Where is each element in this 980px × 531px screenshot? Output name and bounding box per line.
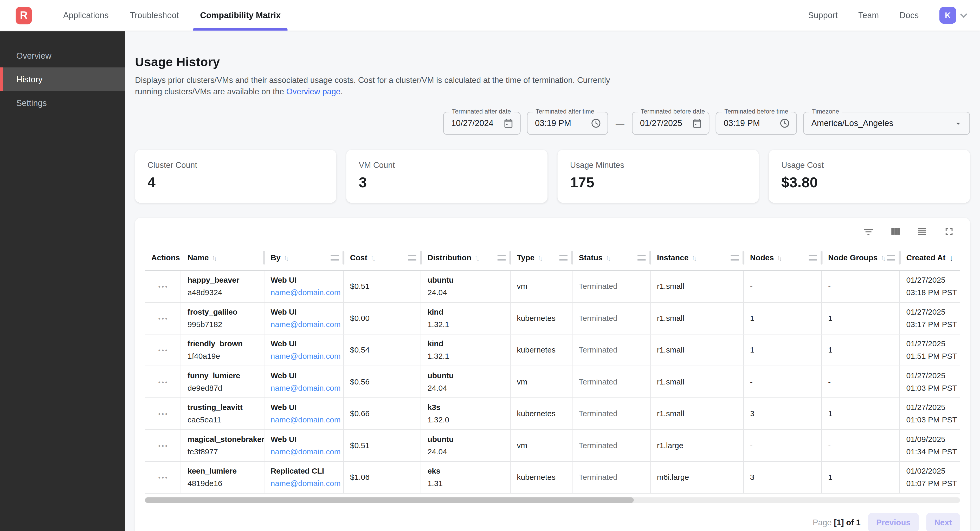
created-by-email-link[interactable]: name@domain.com (271, 414, 338, 426)
app-root: R Applications Troubleshoot Compatibilit… (0, 0, 980, 531)
horizontal-scrollbar-thumb[interactable] (145, 497, 634, 503)
sort-icon[interactable]: ↑↓ (474, 255, 479, 261)
sorted-desc-icon[interactable]: ↓ (949, 254, 953, 262)
instance-cell: r1.small (651, 398, 744, 429)
terminated-before-date-field[interactable]: Terminated before date 01/27/2025 (632, 112, 710, 135)
row-actions-button[interactable]: ••• (156, 408, 171, 420)
created-by-email-link[interactable]: name@domain.com (271, 477, 338, 490)
status-cell: Terminated (573, 334, 651, 366)
column-header-by: By↑↓ (264, 245, 344, 270)
column-resize-handle[interactable] (498, 255, 506, 261)
by-cell: Web UIname@domain.com (264, 366, 344, 398)
top-navigation-bar: R Applications Troubleshoot Compatibilit… (0, 0, 980, 31)
by-cell: Replicated CLIname@domain.com (264, 462, 344, 493)
calendar-icon[interactable] (503, 118, 514, 128)
created-by-email-link[interactable]: name@domain.com (271, 445, 338, 458)
nav-link-support[interactable]: Support (808, 11, 838, 20)
actions-cell: ••• (145, 271, 181, 302)
terminated-after-date-field[interactable]: Terminated after date 10/27/2024 (443, 112, 521, 135)
actions-cell: ••• (145, 398, 181, 429)
sort-icon[interactable]: ↑↓ (777, 255, 782, 261)
table-row: •••magical_stonebrakerfe3f8977Web UIname… (145, 430, 960, 462)
overview-page-link[interactable]: Overview page (286, 87, 340, 96)
sidebar-item-history[interactable]: History (0, 67, 125, 91)
row-actions-button[interactable]: ••• (156, 439, 171, 452)
nav-item-applications[interactable]: Applications (52, 0, 119, 31)
column-divider (263, 251, 265, 265)
terminated-after-time-field[interactable]: Terminated after time 03:19 PM (527, 112, 608, 135)
table-row: •••frosty_galileo995b7182Web UIname@doma… (145, 303, 960, 334)
clock-icon[interactable] (780, 118, 790, 128)
row-actions-button[interactable]: ••• (156, 281, 171, 293)
node-groups-count: 1 (828, 346, 894, 355)
column-resize-handle[interactable] (331, 255, 339, 261)
table-row: •••friendly_brown1f40a19eWeb UIname@doma… (145, 334, 960, 366)
created-by-email-link[interactable]: name@domain.com (271, 286, 338, 299)
name-cell: frosty_galileo995b7182 (181, 303, 264, 334)
column-label: Cost (350, 253, 368, 262)
calendar-icon[interactable] (692, 118, 703, 128)
name-cell: keen_lumiere4819de16 (181, 462, 264, 493)
actions-cell: ••• (145, 430, 181, 461)
density-icon[interactable] (913, 223, 931, 240)
sidebar-item-settings[interactable]: Settings (0, 91, 125, 115)
nav-link-team[interactable]: Team (858, 11, 879, 20)
created-by-email-link[interactable]: name@domain.com (271, 382, 338, 394)
column-resize-handle[interactable] (408, 255, 416, 261)
created-date: 01/27/2025 (906, 338, 955, 350)
sort-icon[interactable]: ↑↓ (371, 255, 375, 261)
status-cell: Terminated (573, 462, 651, 493)
sort-icon[interactable]: ↑↓ (606, 255, 611, 261)
node-groups-cell: - (822, 430, 900, 461)
terminated-before-time-field[interactable]: Terminated before time 03:19 PM (716, 112, 797, 135)
cost-value: $1.06 (350, 473, 415, 482)
row-actions-button[interactable]: ••• (156, 312, 171, 324)
row-actions-button[interactable]: ••• (156, 344, 171, 356)
replicated-logo[interactable]: R (0, 0, 32, 31)
distribution-version: 1.32.1 (428, 350, 505, 362)
nodes-count: 3 (750, 409, 816, 418)
nav-link-docs[interactable]: Docs (900, 11, 919, 20)
created-by-source: Replicated CLI (271, 465, 338, 477)
sort-icon[interactable]: ↑↓ (881, 255, 886, 261)
account-menu[interactable]: K (939, 7, 966, 24)
type-value: kubernetes (517, 409, 567, 418)
sort-icon[interactable]: ↑↓ (692, 255, 697, 261)
cluster-name: magical_stonebraker (188, 433, 259, 445)
timezone-select[interactable]: Timezone America/Los_Angeles (803, 112, 970, 135)
row-actions-button[interactable]: ••• (156, 376, 171, 388)
sidebar-item-overview[interactable]: Overview (0, 44, 125, 67)
created-by-source: Web UI (271, 433, 338, 445)
type-value: vm (517, 282, 567, 291)
nodes-cell: 3 (744, 398, 822, 429)
created-by-email-link[interactable]: name@domain.com (271, 318, 338, 331)
show-hide-columns-icon[interactable] (886, 223, 904, 240)
column-header-type: Type↑↓ (511, 245, 573, 270)
created-at-cell: 01/27/202503:17 PM PST (900, 303, 960, 334)
column-resize-handle[interactable] (638, 255, 646, 261)
by-cell: Web UIname@domain.com (264, 430, 344, 461)
clock-icon[interactable] (591, 118, 601, 128)
previous-page-button[interactable]: Previous (868, 513, 919, 531)
type-cell: kubernetes (511, 334, 573, 366)
distribution-version: 24.04 (428, 382, 505, 394)
filter-icon[interactable] (859, 223, 877, 240)
nav-item-compatibility-matrix[interactable]: Compatibility Matrix (189, 0, 291, 31)
sort-icon[interactable]: ↑↓ (212, 255, 217, 261)
created-by-email-link[interactable]: name@domain.com (271, 350, 338, 362)
column-resize-handle[interactable] (560, 255, 568, 261)
distribution-name: ubuntu (428, 433, 505, 445)
type-cell: kubernetes (511, 398, 573, 429)
column-resize-handle[interactable] (887, 255, 895, 261)
column-resize-handle[interactable] (730, 255, 739, 261)
row-actions-button[interactable]: ••• (156, 471, 171, 483)
cost-value: $0.51 (350, 441, 415, 450)
sort-icon[interactable]: ↑↓ (284, 255, 289, 261)
fullscreen-icon[interactable] (940, 223, 958, 240)
column-resize-handle[interactable] (809, 255, 817, 261)
sort-icon[interactable]: ↑↓ (538, 255, 542, 261)
next-page-button[interactable]: Next (926, 513, 960, 531)
column-label: Type (517, 253, 535, 262)
type-cell: kubernetes (511, 303, 573, 334)
nav-item-troubleshoot[interactable]: Troubleshoot (119, 0, 189, 31)
